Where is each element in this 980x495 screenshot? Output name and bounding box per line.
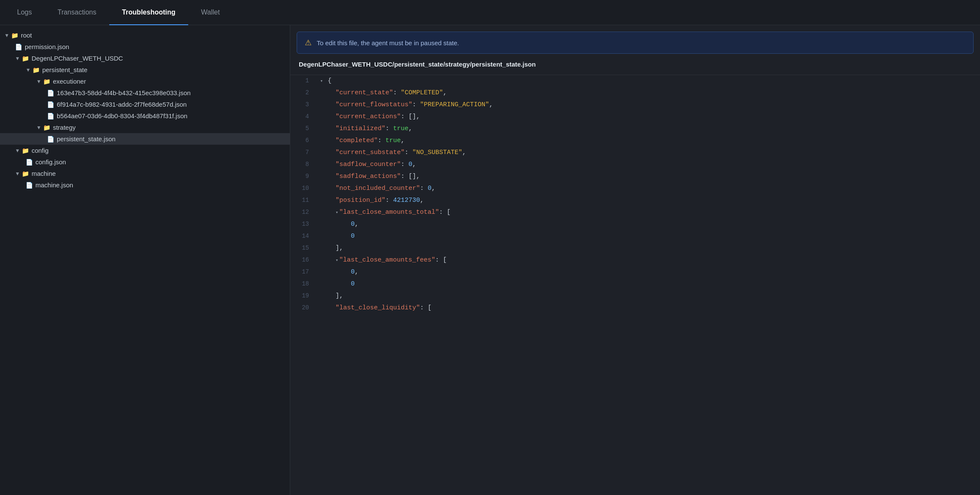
code-line: 20 "last_close_liquidity": [	[290, 302, 980, 314]
code-line: 9 "sadflow_actions": [],	[290, 171, 980, 183]
file-icon: 📄	[47, 136, 54, 143]
code-line: 14 0	[290, 230, 980, 242]
folder-icon: 📁	[32, 67, 40, 73]
code-line: 16 ▾"last_close_amounts_fees": [	[290, 254, 980, 266]
code-line: 17 0,	[290, 266, 980, 278]
tree-degenLP-folder[interactable]: ▼ 📁 DegenLPChaser_WETH_USDC	[0, 52, 290, 64]
code-line: 2 "current_state": "COMPLETED",	[290, 87, 980, 99]
code-editor[interactable]: 1 ▾ { 2 "current_state": "COMPLETED", 3 …	[290, 75, 980, 495]
warning-text: To edit this file, the agent must be in …	[317, 39, 459, 47]
chevron-icon: ▼	[15, 148, 20, 154]
tab-transactions[interactable]: Transactions	[45, 0, 109, 25]
tab-logs[interactable]: Logs	[4, 0, 45, 25]
file-icon: 📄	[47, 90, 54, 96]
tree-persistent-state-folder[interactable]: ▼ 📁 persistent_state	[0, 64, 290, 76]
chevron-icon: ▼	[26, 67, 31, 73]
chevron-icon: ▼	[36, 125, 41, 131]
warning-icon: ⚠	[305, 38, 312, 47]
folder-icon: 📁	[43, 78, 50, 85]
file-path-header: DegenLPChaser_WETH_USDC/persistent_state…	[290, 54, 980, 75]
code-line: 4 "current_actions": [],	[290, 111, 980, 123]
code-line: 18 0	[290, 278, 980, 290]
warning-banner: ⚠ To edit this file, the agent must be i…	[297, 32, 974, 54]
chevron-icon: ▼	[36, 79, 41, 84]
tree-executioner-folder[interactable]: ▼ 📁 executioner	[0, 76, 290, 87]
code-line: 11 "position_id": 4212730,	[290, 195, 980, 207]
file-icon: 📄	[47, 101, 54, 108]
tree-config-folder[interactable]: ▼ 📁 config	[0, 145, 290, 156]
tree-strategy-folder[interactable]: ▼ 📁 strategy	[0, 122, 290, 133]
tree-exec-file-3[interactable]: 📄 b564ae07-03d6-4db0-8304-3f4db487f31f.j…	[0, 110, 290, 122]
code-line: 13 0,	[290, 218, 980, 230]
tree-machine-json[interactable]: 📄 machine.json	[0, 179, 290, 191]
tree-persistent-state-json[interactable]: 📄 persistent_state.json	[0, 133, 290, 145]
file-icon: 📄	[26, 159, 33, 166]
code-line: 5 "initialized": true,	[290, 123, 980, 135]
file-tree: ▼ 📁 root 📄 permission.json ▼ 📁 DegenLPCh…	[0, 25, 290, 495]
code-line: 3 "current_flowstatus": "PREPARING_ACTIO…	[290, 99, 980, 111]
code-line: 6 "completed": true,	[290, 135, 980, 147]
tree-machine-folder[interactable]: ▼ 📁 machine	[0, 168, 290, 179]
folder-icon: 📁	[11, 32, 18, 39]
tab-wallet[interactable]: Wallet	[188, 0, 233, 25]
code-line: 10 "not_included_counter": 0,	[290, 183, 980, 195]
chevron-icon: ▼	[15, 171, 20, 177]
folder-icon: 📁	[43, 124, 50, 131]
file-icon: 📄	[47, 113, 54, 119]
folder-icon: 📁	[22, 170, 29, 177]
editor-panel: ⚠ To edit this file, the agent must be i…	[290, 25, 980, 495]
tab-troubleshooting[interactable]: Troubleshooting	[109, 0, 188, 25]
code-line: 8 "sadflow_counter": 0,	[290, 159, 980, 171]
tree-root[interactable]: ▼ 📁 root	[0, 29, 290, 41]
code-line: 15 ],	[290, 242, 980, 254]
tab-bar: Logs Transactions Troubleshooting Wallet	[0, 0, 980, 25]
chevron-icon: ▼	[15, 55, 20, 61]
tree-permission-json[interactable]: 📄 permission.json	[0, 41, 290, 52]
code-line: 12 ▾"last_close_amounts_total": [	[290, 207, 980, 218]
chevron-icon: ▼	[4, 32, 9, 38]
main-content: ▼ 📁 root 📄 permission.json ▼ 📁 DegenLPCh…	[0, 25, 980, 495]
folder-icon: 📁	[22, 55, 29, 62]
folder-icon: 📁	[22, 147, 29, 154]
file-icon: 📄	[26, 182, 33, 189]
file-icon: 📄	[15, 44, 22, 50]
tree-exec-file-2[interactable]: 📄 6f914a7c-b982-4931-addc-2f7fe68de57d.j…	[0, 99, 290, 110]
tree-config-json[interactable]: 📄 config.json	[0, 156, 290, 168]
code-line: 1 ▾ {	[290, 75, 980, 87]
code-line: 7 "current_substate": "NO_SUBSTATE",	[290, 147, 980, 159]
tree-exec-file-1[interactable]: 📄 163e47b3-58dd-4f4b-b432-415ec398e033.j…	[0, 87, 290, 99]
code-line: 19 ],	[290, 290, 980, 302]
